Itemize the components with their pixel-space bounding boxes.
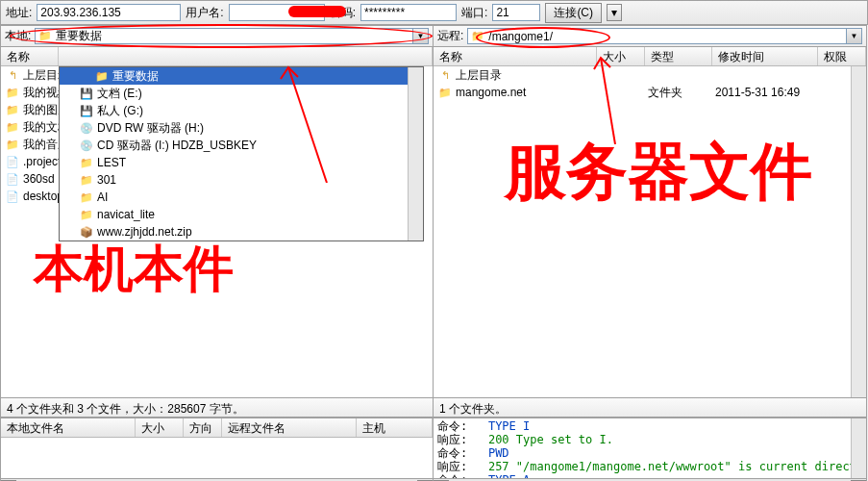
- dropdown-item[interactable]: 📁301: [60, 171, 423, 189]
- remote-col-size[interactable]: 大小: [597, 47, 645, 65]
- file-icon: 📄: [5, 154, 20, 169]
- drive-icon: 💾: [79, 103, 94, 118]
- server-log: 命令: TYPE I响应: 200 Type set to I.命令: PWD响…: [434, 418, 867, 479]
- folder-icon: 📁: [94, 68, 110, 84]
- connect-dropdown-button[interactable]: ▾: [607, 4, 622, 21]
- username-label: 用户名:: [186, 5, 223, 21]
- item-label: 301: [97, 173, 116, 187]
- remote-status: 1 个文件夹。: [434, 398, 867, 418]
- item-label: navicat_lite: [97, 208, 155, 221]
- item-label: DVD RW 驱动器 (H:): [97, 120, 204, 137]
- local-headers: 名称: [1, 47, 433, 66]
- remote-filelist[interactable]: ↰上层目录📁mangome.net文件夹2011-5-31 16:49: [434, 66, 866, 397]
- address-label: 地址:: [6, 5, 32, 21]
- folder-icon: 📁: [79, 207, 94, 222]
- local-path-input[interactable]: 📁 重要数据: [35, 28, 413, 44]
- queue-col-dir[interactable]: 方向: [184, 418, 222, 437]
- port-input[interactable]: [492, 4, 540, 21]
- item-name: mangome.net: [456, 86, 600, 99]
- queue-col-local[interactable]: 本地文件名: [1, 418, 136, 437]
- item-label: 360sd: [23, 172, 55, 186]
- list-item[interactable]: 📁mangome.net文件夹2011-5-31 16:49: [434, 84, 866, 101]
- dropdown-item[interactable]: 📁LEST: [60, 154, 423, 171]
- port-label: 端口:: [461, 5, 487, 21]
- password-label: 密码:: [330, 5, 356, 21]
- local-path-label: 本地:: [5, 28, 31, 44]
- remote-col-type[interactable]: 类型: [645, 47, 712, 65]
- log-line: 命令: PWD: [437, 446, 862, 460]
- queue-body[interactable]: [1, 438, 433, 478]
- folder-icon: 📁: [79, 155, 94, 170]
- dvd-icon: 💿: [79, 120, 94, 136]
- dropdown-item[interactable]: 💾私人 (G:): [60, 102, 423, 119]
- log-scrollbar[interactable]: [851, 418, 866, 478]
- item-label: www.zjhjdd.net.zip: [97, 225, 192, 239]
- dvd-icon: 💿: [79, 138, 94, 153]
- remote-path-input[interactable]: 📁 /mangome1/: [467, 28, 847, 44]
- remote-panel: 远程: 📁 /mangome1/ ▼ 名称 大小 类型 修改时间 权限 ↰上层目…: [434, 25, 867, 398]
- item-type: 文件夹: [648, 85, 715, 101]
- remote-col-modified[interactable]: 修改时间: [712, 47, 818, 65]
- item-label: desktop: [23, 190, 63, 203]
- item-label: 重要数据: [112, 68, 159, 85]
- local-col-name[interactable]: 名称: [1, 47, 59, 65]
- folder-icon: 📁: [5, 119, 20, 135]
- connect-button[interactable]: 连接(C): [545, 3, 602, 23]
- file-icon: 📄: [5, 171, 20, 187]
- queue-col-size[interactable]: 大小: [136, 418, 184, 437]
- dropdown-item[interactable]: 📁重要数据: [60, 67, 423, 85]
- item-name: 上层目录: [456, 67, 600, 84]
- local-path-dropdown[interactable]: 📁重要数据💾文档 (E:)💾私人 (G:)💿DVD RW 驱动器 (H:)💿CD…: [59, 66, 424, 241]
- local-panel: 本地: 📁 重要数据 ▼ 名称 ↰上层目录📁我的视频📁我的图片📁我的文档📁我的音…: [0, 25, 434, 398]
- address-input[interactable]: [37, 4, 181, 21]
- log-body[interactable]: 命令: TYPE I响应: 200 Type set to I.命令: PWD响…: [434, 418, 866, 478]
- remote-path-label: 远程:: [437, 28, 463, 44]
- folder-icon: 📁: [79, 190, 94, 205]
- remote-pathbar: 远程: 📁 /mangome1/ ▼: [434, 26, 866, 47]
- folder-icon: 📁: [37, 29, 53, 44]
- item-label: 私人 (G:): [97, 103, 143, 119]
- drive-icon: 💾: [79, 86, 94, 101]
- remote-scrollbar[interactable]: [851, 66, 866, 397]
- queue-headers: 本地文件名 大小 方向 远程文件名 主机: [1, 418, 433, 438]
- local-filelist[interactable]: ↰上层目录📁我的视频📁我的图片📁我的文档📁我的音乐📄.project📄360sd…: [1, 66, 433, 397]
- item-label: 文档 (E:): [97, 86, 142, 102]
- password-input[interactable]: [360, 4, 457, 21]
- local-col-spacer: [59, 47, 433, 65]
- dropdown-item[interactable]: 💿CD 驱动器 (I:) HDZB_USBKEY: [60, 137, 423, 154]
- username-input[interactable]: [229, 4, 325, 21]
- folder-icon: 📁: [5, 102, 20, 117]
- remote-col-perm[interactable]: 权限: [818, 47, 866, 65]
- folder-icon: 📁: [470, 29, 485, 44]
- up-icon: ↰: [437, 67, 453, 83]
- dropdown-item[interactable]: 📁navicat_lite: [60, 206, 423, 223]
- local-status: 4 个文件夹和 3 个文件，大小：285607 字节。: [0, 398, 434, 418]
- item-label: .project: [23, 155, 61, 168]
- item-label: CD 驱动器 (I:) HDZB_USBKEY: [97, 138, 257, 154]
- transfer-queue: 本地文件名 大小 方向 远程文件名 主机: [0, 418, 434, 479]
- zip-icon: 📦: [79, 224, 94, 240]
- list-item[interactable]: ↰上层目录: [434, 66, 866, 84]
- dropdown-scrollbar[interactable]: [408, 67, 423, 240]
- dropdown-item[interactable]: 💿DVD RW 驱动器 (H:): [60, 119, 423, 137]
- local-path-text: 重要数据: [56, 28, 102, 44]
- log-line: 命令: TYPE I: [437, 419, 862, 433]
- remote-path-dropdown-button[interactable]: ▼: [847, 28, 862, 44]
- dropdown-item[interactable]: 📦www.zjhjdd.net.zip: [60, 223, 423, 240]
- remote-path-text: /mangome1/: [488, 30, 553, 43]
- remote-col-name[interactable]: 名称: [434, 47, 597, 65]
- item-label: LEST: [97, 156, 126, 169]
- log-line: 响应: 257 "/mangome1/mangome.net/wwwroot" …: [437, 460, 862, 473]
- log-line: 响应: 200 Type set to I.: [437, 433, 862, 446]
- item-label: AI: [97, 190, 108, 204]
- dropdown-item[interactable]: 📁AI: [60, 189, 423, 206]
- up-icon: ↰: [5, 67, 20, 83]
- queue-col-remote[interactable]: 远程文件名: [222, 418, 357, 437]
- local-path-dropdown-button[interactable]: ▼: [413, 28, 429, 44]
- folder-icon: 📁: [437, 85, 453, 100]
- file-icon: 📄: [5, 189, 20, 204]
- queue-col-host[interactable]: 主机: [357, 418, 433, 437]
- log-line: 命令: TYPE A: [437, 473, 862, 478]
- dropdown-item[interactable]: 💾文档 (E:): [60, 85, 423, 102]
- item-modified: 2011-5-31 16:49: [715, 86, 800, 99]
